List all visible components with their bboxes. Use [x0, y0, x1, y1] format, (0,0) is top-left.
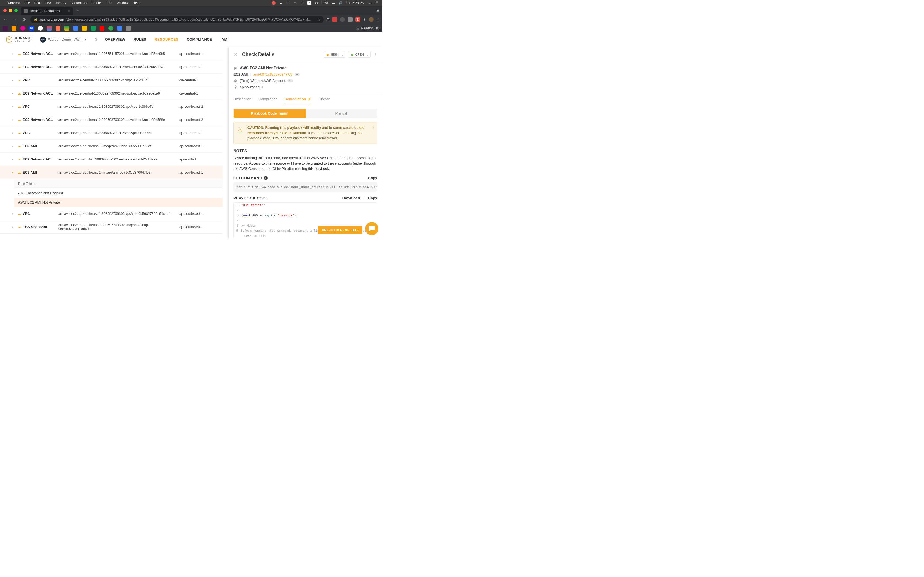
status-selector[interactable]: OPEN ⌄	[348, 51, 371, 58]
seg-playbook[interactable]: Playbook Code BETA	[234, 109, 305, 118]
cli-command[interactable]: npm i aws-sdk && node aws-ec2-make_image…	[233, 182, 377, 192]
menu-view[interactable]: View	[44, 1, 52, 5]
sort-icon[interactable]: ⇅	[34, 182, 36, 185]
download-button[interactable]: Download	[342, 196, 360, 200]
menu-history[interactable]: History	[56, 1, 66, 5]
back-button[interactable]: ←	[2, 17, 9, 22]
menu-tab[interactable]: Tab	[107, 1, 112, 5]
menubar-app[interactable]: Chrome	[8, 1, 20, 5]
table-row[interactable]: ▸ ☁ VPC arn:aws:ec2:ca-central-1:3086927…	[0, 74, 223, 87]
sub-row[interactable]: AWS EC2 AMI Not Private	[14, 198, 223, 207]
table-row[interactable]: ▸ ☁ EC2 Network ACL arn:aws:ec2:ap-south…	[0, 47, 223, 60]
tab-compliance-inner[interactable]: Compliance	[258, 94, 278, 105]
bookmark-6[interactable]	[47, 26, 52, 31]
reload-button[interactable]: ⟳	[21, 17, 27, 22]
wifi-icon[interactable]: ⊙	[315, 1, 318, 5]
seg-manual[interactable]: Manual	[305, 109, 377, 118]
table-row[interactable]: ▸ ☁ EC2 Network ACL arn:aws:ec2:ap-south…	[0, 113, 223, 126]
bookmark-4[interactable]: Bē	[29, 26, 34, 31]
tab-rules[interactable]: RULES	[134, 37, 147, 42]
tray-icon-2[interactable]: ⊞	[286, 1, 290, 5]
reading-list[interactable]: ▤ Reading List	[356, 26, 380, 30]
menu-edit[interactable]: Edit	[34, 1, 40, 5]
table-row[interactable]: ▸ ☁ VPC arn:aws:ec2:ap-northeast-3:30869…	[0, 126, 223, 140]
tray-screen-icon[interactable]: ▭	[293, 1, 297, 5]
bookmark-9[interactable]	[73, 26, 78, 31]
tab-description[interactable]: Description	[233, 94, 251, 105]
table-row[interactable]: ▾ ☁ EC2 AMI arn:aws:ec2:ap-southeast-1::…	[0, 166, 223, 179]
browser-tab[interactable]: Horangi - Resources ×	[21, 7, 73, 15]
menu-bookmarks[interactable]: Bookmarks	[71, 1, 87, 5]
volume-icon[interactable]: 🔊	[339, 1, 342, 5]
incognito-icon[interactable]: ◉	[376, 8, 380, 13]
expand-caret-icon[interactable]: ▸	[12, 65, 16, 68]
bookmark-3[interactable]	[20, 26, 25, 31]
playbook-copy-button[interactable]: Copy	[364, 196, 377, 200]
window-minimize[interactable]	[9, 9, 12, 12]
app-logo[interactable]: HORANGISTORYFIER	[0, 35, 36, 44]
expand-caret-icon[interactable]: ▸	[12, 105, 16, 108]
bookmark-11[interactable]	[91, 26, 96, 31]
tab-history[interactable]: History	[319, 94, 330, 105]
bluetooth-icon[interactable]: ᛒ	[300, 1, 304, 5]
tray-cloud-icon[interactable]: ☁	[279, 1, 283, 5]
tray-icon-1[interactable]	[272, 1, 276, 5]
bookmark-12[interactable]	[100, 26, 105, 31]
tab-resources[interactable]: RESOURCES	[155, 37, 178, 42]
extensions-icon[interactable]: ✦	[363, 18, 366, 22]
resource-id[interactable]: ami-0971c8cc370947f03	[253, 72, 292, 76]
battery-icon[interactable]: ▬	[332, 1, 336, 5]
table-row[interactable]: ▸ ☁ EC2 Network ACL arn:aws:ec2:ap-north…	[0, 60, 223, 74]
bookmark-14[interactable]	[117, 26, 122, 31]
table-row[interactable]: ▸ ☁ EC2 Network ACL arn:aws:ec2:ap-south…	[0, 153, 223, 166]
ext-icon-1[interactable]: f?	[326, 18, 330, 22]
sub-row[interactable]: AMI Encryption Not Enabled	[14, 189, 223, 198]
ext-icon-4[interactable]	[347, 17, 352, 22]
input-icon[interactable]: A	[307, 1, 311, 5]
menu-profiles[interactable]: Profiles	[92, 1, 103, 5]
control-center-icon[interactable]: ☰	[375, 1, 379, 5]
expand-caret-icon[interactable]: ▸	[12, 145, 16, 148]
spotlight-icon[interactable]: ⌕	[368, 1, 372, 5]
panel-close-icon[interactable]: ✕	[233, 51, 238, 58]
menu-file[interactable]: File	[24, 1, 30, 5]
new-tab-button[interactable]: +	[73, 8, 82, 13]
tab-remediation[interactable]: Remediation⚡	[284, 94, 312, 105]
tab-compliance[interactable]: COMPLIANCE	[187, 37, 212, 42]
one-click-remediate-button[interactable]: ONE-CLICK REMEDIATE	[318, 226, 362, 234]
settings-gear-icon[interactable]: ⚙	[90, 37, 102, 42]
table-row[interactable]: ▸ ☁ EBS Snapshot arn:aws:ec2:ap-southeas…	[0, 220, 223, 234]
bookmark-8[interactable]	[65, 26, 69, 31]
expand-caret-icon[interactable]: ▸	[12, 225, 16, 228]
account-selector[interactable]: aws Warden Demo - AW... ▾	[36, 32, 90, 47]
table-row[interactable]: ▸ ☁ VPC arn:aws:ec2:ap-southeast-1:30869…	[0, 207, 223, 220]
window-maximize[interactable]	[14, 9, 18, 12]
more-badge[interactable]: •••	[288, 79, 292, 82]
menu-window[interactable]: Window	[116, 1, 128, 5]
expand-caret-icon[interactable]: ▸	[12, 118, 16, 121]
forward-button[interactable]: →	[11, 17, 18, 22]
bookmark-10[interactable]	[82, 26, 87, 31]
ext-icon-3[interactable]	[340, 17, 345, 22]
sub-header[interactable]: Rule Title ⇅	[14, 179, 223, 189]
bookmark-7[interactable]	[55, 26, 60, 31]
table-row[interactable]: ▸ ☁ EC2 AMI arn:aws:ec2:ap-southeast-1::…	[0, 140, 223, 153]
table-row[interactable]: ▸ ☁ VPC arn:aws:ec2:ap-southeast-2:30869…	[0, 100, 223, 113]
bookmark-15[interactable]	[126, 26, 131, 31]
bookmark-2[interactable]	[11, 26, 16, 31]
expand-caret-icon[interactable]: ▾	[12, 171, 16, 174]
bookmark-5[interactable]	[38, 26, 43, 31]
panel-menu-icon[interactable]: ⋮	[373, 52, 377, 56]
window-close[interactable]	[3, 9, 6, 12]
expand-caret-icon[interactable]: ▸	[12, 92, 16, 95]
profile-avatar[interactable]	[369, 17, 374, 22]
address-bar[interactable]: 🔒 app.horangi.com /storyfier/resources/c…	[30, 16, 324, 23]
bookmark-1[interactable]	[3, 26, 8, 31]
chat-fab[interactable]	[365, 222, 378, 235]
tab-iam[interactable]: IAM	[220, 37, 227, 42]
more-badge[interactable]: •••	[294, 73, 300, 76]
caution-close-icon[interactable]: ×	[372, 125, 374, 131]
chrome-menu-icon[interactable]: ⋮	[376, 18, 380, 22]
menu-help[interactable]: Help	[133, 1, 140, 5]
expand-caret-icon[interactable]: ▸	[12, 52, 16, 55]
